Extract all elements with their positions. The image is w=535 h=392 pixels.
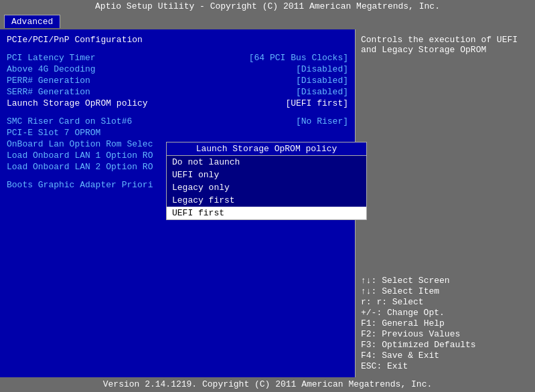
shortcut-select: r: r: Select (361, 297, 530, 307)
row-serr-value: [Disabled] (296, 87, 348, 97)
shortcut-change: +/-: Change Opt. (361, 308, 530, 318)
row-smc-riser-label: SMC Riser Card on Slot#6 (7, 116, 132, 126)
right-panel: Controls the execution of UEFI and Legac… (356, 29, 535, 377)
popup-item-0[interactable]: Do not launch (167, 156, 366, 169)
dropdown-popup: Launch Storage OpROM policy Do not launc… (166, 142, 367, 220)
row-pci-latency-label: PCI Latency Timer (7, 53, 96, 63)
row-pci-latency: PCI Latency Timer [64 PCI Bus Clocks] (7, 53, 348, 63)
row-perr: PERR# Generation [Disabled] (7, 76, 348, 86)
row-boots-graphic-label: Boots Graphic Adapter Priori (7, 180, 153, 190)
row-onboard-lan-label: OnBoard Lan Option Rom Selec (7, 139, 153, 149)
shortcut-f1: F1: General Help (361, 318, 530, 328)
shortcut-f2: F2: Previous Values (361, 329, 530, 339)
section-title: PCIe/PCI/PnP Configuration (7, 35, 348, 45)
row-lan1-label: Load Onboard LAN 1 Option RO (7, 151, 153, 161)
title-text: Aptio Setup Utility - Copyright (C) 2011… (95, 1, 440, 11)
row-above4g-label: Above 4G Decoding (7, 64, 96, 74)
shortcut-arrows-screen: ↑↓: (361, 276, 382, 286)
shortcut-arrows-item: ↑↓: (361, 286, 382, 296)
row-smc-riser-value: [No Riser] (296, 116, 348, 126)
left-panel: PCIe/PCI/PnP Configuration PCI Latency T… (0, 29, 355, 377)
shortcut-select-item: ↑↓: Select Item (361, 286, 530, 296)
row-perr-label: PERR# Generation (7, 76, 90, 86)
popup-item-3[interactable]: Legacy first (167, 194, 366, 207)
shortcut-select-screen: ↑↓: Select Screen (361, 276, 530, 286)
row-above4g-value: [Disabled] (296, 64, 348, 74)
shortcut-f2-key: F2: (361, 329, 382, 339)
tab-advanced[interactable]: Advanced (4, 15, 60, 28)
popup-item-1[interactable]: UEFI only (167, 169, 366, 181)
row-launch-storage-label: Launch Storage OpROM policy (7, 98, 148, 108)
title-bar: Aptio Setup Utility - Copyright (C) 2011… (0, 0, 535, 13)
row-lan2-label: Load Onboard LAN 2 Option RO (7, 162, 153, 172)
row-pci-latency-value: [64 PCI Bus Clocks] (249, 53, 348, 63)
row-perr-value: [Disabled] (296, 76, 348, 86)
row-serr-label: SERR# Generation (7, 87, 90, 97)
shortcut-enter: r: (361, 297, 376, 307)
popup-item-4[interactable]: UEFI first (167, 207, 366, 219)
row-pcie-slot7-label: PCI-E Slot 7 OPROM (7, 128, 100, 138)
shortcut-esc: ESC: Exit (361, 361, 530, 371)
tab-bar: Advanced (0, 13, 535, 29)
popup-title: Launch Storage OpROM policy (167, 142, 366, 156)
row-smc-riser: SMC Riser Card on Slot#6 [No Riser] (7, 116, 348, 126)
shortcut-f3-key: F3: (361, 340, 382, 350)
row-serr: SERR# Generation [Disabled] (7, 87, 348, 97)
row-above4g: Above 4G Decoding [Disabled] (7, 64, 348, 74)
footer-text: Version 2.14.1219. Copyright (C) 2011 Am… (103, 379, 432, 389)
shortcut-f4-key: F4: (361, 351, 382, 361)
footer: Version 2.14.1219. Copyright (C) 2011 Am… (0, 377, 535, 392)
row-pcie-slot7: PCI-E Slot 7 OPROM (7, 128, 348, 138)
shortcut-f3: F3: Optimized Defaults (361, 340, 530, 350)
main-content: PCIe/PCI/PnP Configuration PCI Latency T… (0, 29, 535, 377)
shortcut-f4: F4: Save & Exit (361, 351, 530, 361)
row-launch-storage[interactable]: Launch Storage OpROM policy [UEFI first] (7, 98, 348, 108)
help-text: Controls the execution of UEFI and Legac… (361, 35, 530, 55)
shortcut-esc-key: ESC: (361, 361, 387, 371)
shortcut-plusminus: +/-: (361, 308, 387, 318)
shortcut-f1-key: F1: (361, 318, 382, 328)
row-launch-storage-value: [UEFI first] (285, 98, 348, 108)
shortcuts-list: ↑↓: Select Screen ↑↓: Select Item r: r: … (361, 276, 530, 372)
popup-item-2[interactable]: Legacy only (167, 181, 366, 194)
